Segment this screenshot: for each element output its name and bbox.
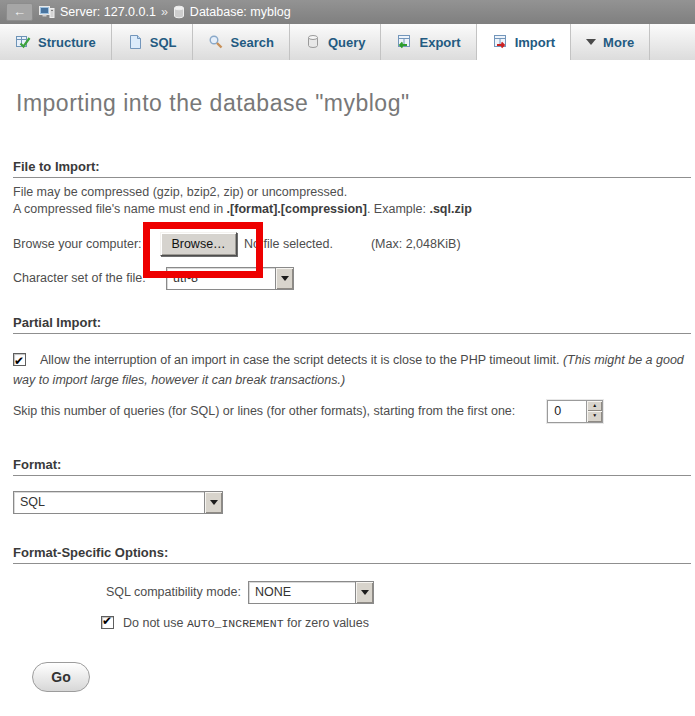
tab-label: Import — [515, 35, 555, 50]
chevron-down-icon — [281, 276, 289, 281]
filename-note-mid: . Example: — [367, 202, 430, 216]
tab-label: More — [603, 35, 634, 50]
auto-increment-row: Do not use AUTO_INCREMENT for zero value… — [101, 616, 691, 630]
chevron-down-icon — [586, 39, 596, 45]
chevron-down-icon — [210, 500, 218, 505]
tab-label: Search — [231, 35, 274, 50]
skip-queries-value: 0 — [548, 401, 586, 422]
charset-row: Character set of the file: utf-8 — [13, 266, 691, 290]
section-file-to-import-legend: File to Import: — [13, 159, 691, 178]
sql-compatibility-value: NONE — [249, 582, 355, 603]
sql-compatibility-label: SQL compatibility mode: — [13, 585, 241, 599]
allow-interrupt-checkbox[interactable] — [13, 353, 26, 366]
page-title: Importing into the database "myblog" — [16, 90, 691, 117]
allow-interrupt-label: Allow the interruption of an import in c… — [40, 353, 563, 367]
database-icon — [173, 5, 185, 19]
file-upload-row: Browse your computer: Browse… No file se… — [13, 231, 691, 257]
breadcrumb-bar: ← Server: 127.0.0.1 » Database: myblog — [0, 0, 695, 24]
export-icon — [396, 34, 412, 50]
browse-button[interactable]: Browse… — [160, 232, 237, 256]
breadcrumb-database[interactable]: Database: myblog — [190, 5, 291, 19]
stepper-buttons: ▲ ▼ — [586, 401, 602, 422]
max-size-text: (Max: 2,048KiB) — [371, 237, 461, 251]
filename-pattern: .[format].[compression] — [227, 202, 367, 216]
go-button[interactable]: Go — [32, 662, 90, 692]
skip-queries-row: Skip this number of queries (for SQL) or… — [13, 399, 691, 423]
format-row: SQL — [13, 491, 691, 514]
query-icon — [305, 34, 321, 50]
breadcrumb: Server: 127.0.0.1 » Database: myblog — [39, 5, 291, 20]
tab-label: SQL — [150, 35, 177, 50]
tabbar-filler — [650, 24, 695, 60]
select-arrow-button[interactable] — [275, 268, 293, 289]
compression-note: File may be compressed (gzip, bzip2, zip… — [13, 184, 691, 218]
import-icon — [492, 34, 508, 50]
tab-sql[interactable]: SQL — [112, 24, 193, 60]
select-arrow-button[interactable] — [204, 492, 222, 513]
tab-more[interactable]: More — [571, 24, 650, 60]
tab-search[interactable]: Search — [193, 24, 290, 60]
chevron-down-icon — [361, 590, 369, 595]
stepper-up-button[interactable]: ▲ — [587, 401, 602, 412]
section-partial-import-legend: Partial Import: — [13, 315, 691, 334]
allow-interrupt-row: Allow the interruption of an import in c… — [13, 350, 691, 390]
charset-label: Character set of the file: — [13, 271, 166, 285]
format-select-value: SQL — [14, 492, 204, 513]
no-file-selected-text: No file selected. — [244, 237, 333, 251]
stepper-down-button[interactable]: ▼ — [587, 411, 602, 422]
skip-queries-label: Skip this number of queries (for SQL) or… — [13, 404, 515, 418]
select-arrow-button[interactable] — [355, 582, 373, 603]
compression-note-line1: File may be compressed (gzip, bzip2, zip… — [13, 185, 347, 199]
section-format-options-legend: Format-Specific Options: — [13, 545, 691, 564]
tab-export[interactable]: Export — [381, 24, 476, 60]
auto-increment-code: AUTO_INCREMENT — [187, 617, 284, 630]
charset-select[interactable]: utf-8 — [166, 267, 294, 290]
browse-label: Browse your computer: — [13, 237, 160, 251]
sql-compatibility-row: SQL compatibility mode: NONE — [13, 580, 691, 604]
tab-import[interactable]: Import — [477, 24, 571, 60]
breadcrumb-separator: » — [161, 5, 168, 19]
section-format-legend: Format: — [13, 457, 691, 476]
tab-structure[interactable]: Structure — [0, 24, 112, 60]
tab-label: Export — [419, 35, 460, 50]
search-icon — [208, 34, 224, 50]
filename-example: .sql.zip — [429, 202, 471, 216]
auto-increment-label-suffix: for zero values — [284, 616, 369, 630]
sql-icon — [127, 34, 143, 50]
back-button[interactable]: ← — [6, 3, 33, 21]
tab-query[interactable]: Query — [290, 24, 382, 60]
tab-bar: Structure SQL Search Query — [0, 24, 695, 60]
sql-compatibility-select[interactable]: NONE — [248, 581, 374, 604]
structure-icon — [15, 34, 31, 50]
filename-note-prefix: A compressed file's name must end in — [13, 202, 227, 216]
charset-select-value: utf-8 — [167, 268, 275, 289]
server-icon — [39, 5, 55, 20]
tab-label: Query — [328, 35, 366, 50]
skip-queries-stepper[interactable]: 0 ▲ ▼ — [547, 400, 603, 423]
format-select[interactable]: SQL — [13, 491, 223, 514]
auto-increment-label-prefix: Do not use — [123, 616, 187, 630]
tab-label: Structure — [38, 35, 96, 50]
breadcrumb-server[interactable]: Server: 127.0.0.1 — [60, 5, 156, 19]
auto-increment-checkbox[interactable] — [101, 616, 114, 629]
main-content: Importing into the database "myblog" Fil… — [0, 90, 695, 692]
